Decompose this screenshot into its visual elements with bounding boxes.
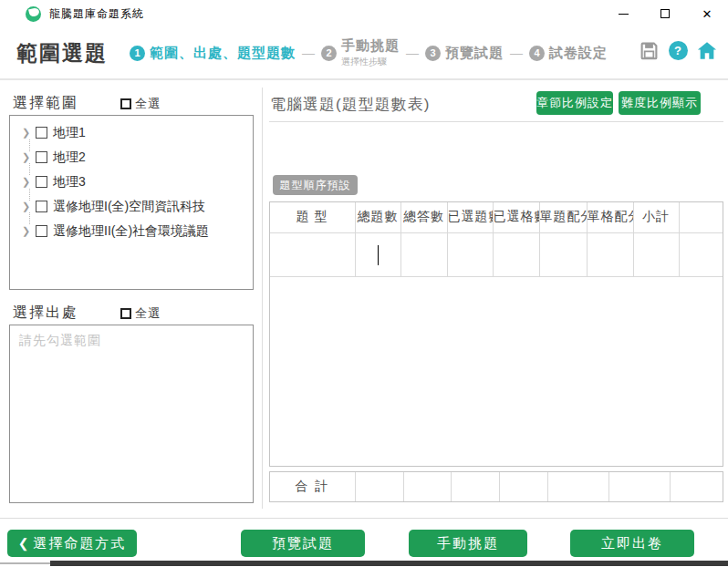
save-icon [640, 41, 659, 60]
back-button-label: 選擇命題方式 [33, 535, 126, 552]
save-button[interactable] [639, 40, 659, 60]
page-header: 範圍選題 1 範圍、出處、題型題數 — 2 手動挑題 選擇性步驟 — 3 預覽試… [0, 27, 728, 78]
cell-total-questions[interactable] [355, 232, 400, 276]
header-divider [0, 78, 728, 80]
chevron-right-icon[interactable]: ❯ [22, 201, 33, 212]
app-logo-icon [26, 6, 41, 22]
home-button[interactable] [697, 40, 717, 60]
chevron-right-icon[interactable]: ❯ [22, 151, 33, 163]
close-icon: ✕ [702, 8, 712, 20]
help-icon: ? [669, 41, 688, 60]
background-window-edge [50, 561, 728, 566]
tree-item-checkbox[interactable] [36, 151, 47, 163]
cell-extra[interactable] [679, 232, 723, 276]
footer-divider [0, 518, 728, 519]
step-separator: — [302, 46, 315, 60]
range-tree: ❯ 地理1 ❯ 地理2 ❯ 地理3 ❯ 選修地理I(全)空間資訊科技 ❯ 選修地… [10, 116, 253, 243]
chevron-right-icon[interactable]: ❯ [22, 176, 33, 188]
panel-divider [262, 88, 263, 509]
totals-cell [547, 472, 608, 501]
tree-item-checkbox[interactable] [36, 201, 47, 212]
col-subtotal: 小計 [633, 202, 679, 232]
step-4-badge: 4 [529, 46, 545, 61]
step-indicator: 1 範圍、出處、題型題數 — 2 手動挑題 選擇性步驟 — 3 預覽試題 — 4… [130, 37, 608, 68]
step-2-label: 手動挑題 [341, 37, 400, 55]
step-separator: — [406, 46, 419, 60]
step-separator: — [510, 46, 523, 60]
range-select-all-label: 全選 [135, 96, 161, 112]
totals-cell [499, 472, 547, 501]
totals-cell [670, 472, 723, 501]
preview-questions-button[interactable]: 預覽試題 [241, 530, 365, 557]
source-list-box[interactable]: 請先勾選範圍 [9, 325, 254, 503]
chevron-right-icon[interactable]: ❯ [22, 127, 33, 139]
source-placeholder: 請先勾選範圍 [10, 325, 253, 356]
step-1-label: 範圍、出處、題型題數 [150, 45, 296, 62]
minimize-button[interactable] [602, 0, 644, 27]
chapter-ratio-button[interactable]: 章節比例設定 [536, 91, 613, 115]
minimize-icon [619, 14, 629, 15]
type-order-preset-button[interactable]: 題型順序預設 [273, 175, 358, 195]
cell-points-per-blank[interactable] [587, 232, 633, 276]
cell-total-answers[interactable] [400, 232, 447, 276]
tree-item-geography1[interactable]: ❯ 地理1 [10, 120, 253, 145]
range-section-title: 選擇範圍 [13, 94, 78, 113]
tree-item-geography2[interactable]: ❯ 地理2 [10, 145, 253, 170]
close-button[interactable]: ✕ [686, 0, 728, 27]
table-row [270, 232, 723, 276]
app-title: 龍騰題庫命題系統 [49, 6, 144, 22]
col-total-answers: 總答數 [400, 202, 447, 232]
step-4-label: 試卷設定 [549, 45, 608, 62]
range-select-all-checkbox[interactable] [120, 98, 131, 109]
maximize-button[interactable] [644, 0, 686, 27]
totals-row: 合 計 [269, 471, 723, 502]
tree-item-elective-geography-2[interactable]: ❯ 選修地理II(全)社會環境議題 [10, 219, 253, 243]
step-3-badge: 3 [425, 46, 441, 61]
totals-label: 合 計 [270, 472, 355, 501]
totals-cell [355, 472, 403, 501]
computer-selection-title: 電腦選題(題型題數表) [270, 94, 430, 115]
tree-item-checkbox[interactable] [36, 127, 47, 139]
difficulty-ratio-button[interactable]: 難度比例顯示 [619, 91, 701, 115]
tree-item-elective-geography-1[interactable]: ❯ 選修地理I(全)空間資訊科技 [10, 194, 253, 219]
cell-selected-blanks[interactable] [493, 232, 539, 276]
chevron-left-icon: ❮ [18, 536, 29, 551]
col-extra [679, 202, 723, 232]
source-select-all-checkbox[interactable] [120, 308, 131, 319]
tree-item-geography3[interactable]: ❯ 地理3 [10, 170, 253, 194]
step-1-range: 1 範圍、出處、題型題數 [130, 45, 296, 62]
source-section-title: 選擇出處 [13, 304, 78, 323]
col-selected-blanks: 已選格數 [493, 202, 539, 232]
help-button[interactable]: ? [668, 40, 688, 60]
table-header-row: 題 型 總題數 總答數 已選題數 已選格數 單題配分 單格配分 小計 [270, 202, 723, 232]
col-points-per-question: 單題配分 [539, 202, 587, 232]
home-icon [697, 41, 717, 60]
totals-cell [608, 472, 670, 501]
cell-selected-questions[interactable] [447, 232, 493, 276]
range-select-all[interactable]: 全選 [120, 96, 161, 112]
cell-question-type[interactable] [270, 232, 355, 276]
question-type-table: 題 型 總題數 總答數 已選題數 已選格數 單題配分 單格配分 小計 [269, 201, 723, 467]
col-points-per-blank: 單格配分 [587, 202, 633, 232]
chevron-right-icon[interactable]: ❯ [22, 225, 33, 237]
step-1-badge: 1 [130, 46, 145, 61]
cell-points-per-question[interactable] [539, 232, 587, 276]
title-bar: 龍騰題庫命題系統 ✕ [0, 0, 728, 27]
totals-cell [403, 472, 451, 501]
cell-subtotal[interactable] [633, 232, 679, 276]
maximize-icon [660, 9, 670, 18]
manual-pick-button[interactable]: 手動挑題 [409, 530, 527, 557]
source-select-all[interactable]: 全選 [120, 305, 161, 322]
back-to-method-button[interactable]: ❮ 選擇命題方式 [7, 530, 137, 557]
tree-item-checkbox[interactable] [36, 176, 47, 188]
col-selected-questions: 已選題數 [447, 202, 493, 232]
right-panel-divider [269, 121, 723, 122]
step-2-sublabel: 選擇性步驟 [341, 56, 400, 68]
col-question-type: 題 型 [270, 202, 355, 232]
source-select-all-label: 全選 [135, 305, 161, 322]
step-2-badge: 2 [321, 46, 337, 61]
generate-paper-button[interactable]: 立即出卷 [570, 530, 694, 557]
page-title: 範圍選題 [16, 39, 108, 67]
step-2-manual-pick: 2 手動挑題 選擇性步驟 [321, 37, 400, 68]
tree-item-checkbox[interactable] [36, 225, 47, 237]
